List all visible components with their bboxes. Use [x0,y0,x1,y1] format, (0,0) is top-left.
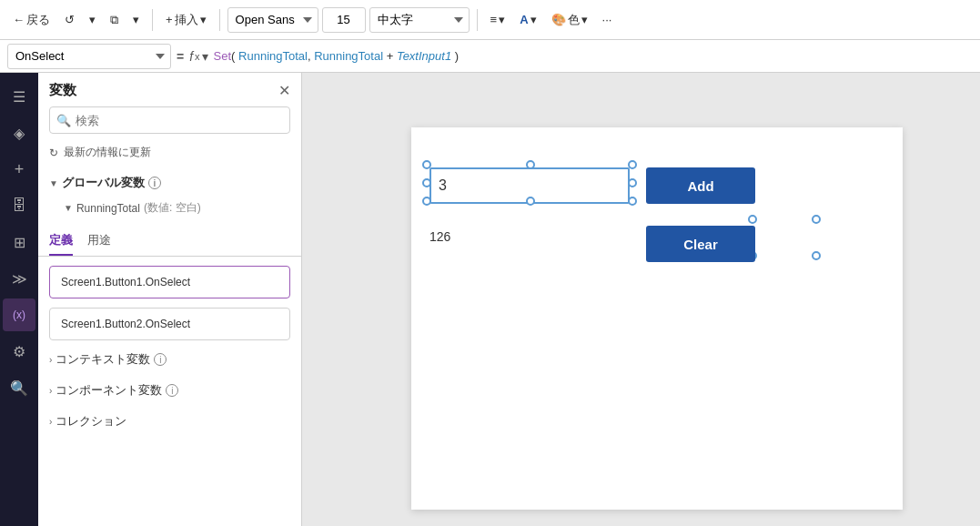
refresh-label: 最新の情報に更新 [64,145,151,160]
handle-br [628,197,637,206]
equals-sign: = [177,49,184,64]
formula-bar: OnSelect = fx ▾ Set( RunningTotal, Runni… [0,40,980,73]
handle-tr [628,160,637,169]
font-size-input[interactable] [322,7,366,33]
database-icon: 🗄 [12,197,26,214]
more-button[interactable]: ··· [597,9,618,30]
add-button[interactable]: Add [646,167,755,204]
align-button[interactable]: ≡ ▾ [485,9,511,30]
component-chevron-icon: › [49,386,52,396]
more-icon: ··· [602,13,612,26]
add-handle-br [812,251,821,260]
plus-circle-icon: + [15,160,25,179]
icon-sidebar: ☰ ◈ + 🗄 ⊞ ≫ (x) ⚙ 🔍 [0,73,38,526]
layers-icon: ◈ [14,125,25,142]
undo-dropdown-button[interactable]: ▾ [84,9,101,30]
top-toolbar: ← 戻る ↺ ▾ ⧉ ▾ + 挿入 ▾ Open Sans 中太字 ≡ ▾ A … [0,0,980,40]
divider3 [477,9,478,31]
tab-definition[interactable]: 定義 [49,227,73,256]
variables-panel: 変数 ✕ 🔍 ↻ 最新の情報に更新 ▼ グローバル変数 i ▼ RunningT… [38,73,302,526]
definition-item-1[interactable]: Screen1.Button1.OnSelect [49,266,290,298]
event-selector[interactable]: OnSelect [7,44,171,69]
variable-icon: (x) [13,309,25,321]
add-handle-tr [812,215,821,224]
handle-tl [422,160,431,169]
canvas-white-area: Add 126 Clear [411,127,903,510]
add-handle-tl [748,215,757,224]
handle-mr [628,178,637,187]
settings-button[interactable]: ⚙ [3,335,35,368]
font-family-select[interactable]: Open Sans [227,7,318,33]
insert-chevron-icon: ▾ [200,13,207,26]
collection-section[interactable]: › コレクション [38,406,301,437]
divider1 [152,9,153,31]
clear-button[interactable]: Clear [646,226,755,262]
refresh-icon: ↻ [49,147,58,159]
fx-chevron-icon: ▾ [202,49,208,64]
insert-sidebar-button[interactable]: + [3,153,35,186]
context-chevron-icon: › [49,355,52,365]
hamburger-button[interactable]: ☰ [3,80,35,113]
data-button[interactable]: 🗄 [3,189,35,222]
running-total-meta: (数値: 空白) [144,200,201,216]
palette-icon: 🎨 [551,13,566,26]
handle-bl [422,197,431,206]
palette-label: 色 [568,12,580,28]
global-vars-section-header[interactable]: ▼ グローバル変数 i [38,169,301,197]
running-total-label: RunningTotal [76,202,140,215]
component-vars-section[interactable]: › コンポーネント変数 i [38,375,301,406]
search-input[interactable] [49,106,290,134]
settings-icon: ⚙ [13,343,25,360]
handle-bm [526,197,535,206]
expand-icon: ▼ [49,178,58,188]
panel-close-button[interactable]: ✕ [278,84,290,98]
collection-label: コレクション [56,413,126,430]
plus-icon: + [166,13,173,26]
tab-usage[interactable]: 用途 [87,227,111,256]
canvas-area: Add 126 Clear [302,73,980,526]
back-arrow-icon: ← [13,13,25,26]
copy-dropdown-button[interactable]: ▾ [127,9,145,30]
divider2 [219,9,220,31]
search-sidebar-button[interactable]: 🔍 [3,371,35,404]
flow-button[interactable]: ≫ [3,262,35,295]
collection-chevron-icon: › [49,417,52,427]
running-total-display: 126 [429,229,450,244]
align-chevron-icon: ▾ [499,13,505,26]
insert-button[interactable]: + 挿入 ▾ [160,8,212,32]
search-sidebar-icon: 🔍 [10,379,28,397]
handle-tm [526,160,535,169]
chevron-down-icon: ▾ [133,13,139,26]
var-expand-icon: ▼ [64,203,73,213]
undo-icon: ↺ [65,13,75,26]
components-icon: ⊞ [14,234,25,251]
context-vars-section[interactable]: › コンテキスト変数 i [38,344,301,375]
main-layout: ☰ ◈ + 🗄 ⊞ ≫ (x) ⚙ 🔍 変数 ✕ [0,73,980,526]
variables-button[interactable]: (x) [3,298,35,331]
tabs-row: 定義 用途 [38,227,301,257]
undo-button[interactable]: ↺ [59,9,80,30]
components-button[interactable]: ⊞ [3,226,35,258]
font-weight-select[interactable]: 中太字 [369,7,470,33]
hamburger-icon: ☰ [13,88,25,106]
global-vars-label: グローバル変数 [62,175,145,191]
refresh-button[interactable]: ↻ 最新の情報に更新 [38,141,301,169]
back-button[interactable]: ← 戻る [7,8,56,32]
palette-button[interactable]: 🎨 色 ▾ [546,8,593,32]
color-button[interactable]: A ▾ [514,9,541,30]
formula-text[interactable]: Set( RunningTotal, RunningTotal + TextIn… [214,49,973,63]
copy-button[interactable]: ⧉ [105,9,124,31]
definition-item-2[interactable]: Screen1.Button2.OnSelect [49,308,290,340]
panel-title: 変数 [49,82,76,99]
running-total-item[interactable]: ▼ RunningTotal (数値: 空白) [38,197,301,219]
global-vars-info-icon[interactable]: i [148,177,161,189]
align-icon: ≡ [490,13,498,26]
flow-icon: ≫ [12,270,27,288]
panel-header: 変数 ✕ [38,73,301,106]
search-icon: 🔍 [56,114,71,127]
context-vars-info-icon[interactable]: i [154,353,167,366]
copy-icon: ⧉ [110,13,118,27]
font-color-icon: A [520,13,528,26]
layers-button[interactable]: ◈ [3,116,35,149]
component-vars-info-icon[interactable]: i [166,384,178,397]
